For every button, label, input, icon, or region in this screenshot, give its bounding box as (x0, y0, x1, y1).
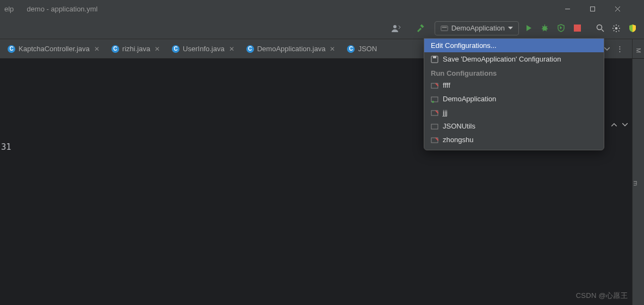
svg-rect-2 (420, 24, 424, 28)
java-class-icon: C (347, 45, 355, 53)
window-close[interactable] (615, 6, 640, 12)
chevron-up-icon[interactable] (611, 123, 617, 126)
window-title: demo - application.yml (27, 5, 97, 13)
svg-point-1 (393, 25, 397, 28)
save-configuration[interactable]: Save 'DemoApplication' Configuration (424, 52, 604, 66)
chevron-down-icon[interactable] (604, 47, 610, 51)
gear-icon[interactable] (609, 21, 623, 35)
svg-point-7 (597, 25, 602, 30)
tab-userinfo[interactable]: C UserInfo.java ✕ (166, 39, 240, 59)
debug-icon[interactable] (537, 21, 552, 35)
edit-configurations[interactable]: Edit Configurations... (424, 39, 604, 52)
tab-json[interactable]: C JSON (342, 39, 382, 59)
java-class-icon: C (112, 45, 119, 53)
svg-rect-6 (574, 25, 581, 32)
watermark: CSDN @心愿王 (576, 291, 628, 301)
menu-help[interactable]: elp (4, 5, 14, 13)
close-icon[interactable]: ✕ (94, 45, 100, 53)
coverage-icon[interactable] (554, 21, 568, 35)
svg-rect-0 (591, 7, 595, 11)
svg-rect-4 (442, 27, 447, 28)
run-config-dropdown: Edit Configurations... Save 'DemoApplica… (424, 38, 604, 150)
more-icon[interactable]: ⋮ (616, 45, 624, 53)
user-icon[interactable] (389, 21, 403, 35)
stop-icon[interactable] (570, 21, 584, 35)
java-class-icon: C (172, 45, 179, 53)
spring-icon (431, 95, 438, 103)
svg-rect-3 (441, 26, 448, 30)
tab-demoapplication[interactable]: C DemoApplication.java ✕ (241, 39, 341, 59)
close-icon[interactable]: ✕ (229, 45, 234, 53)
app-icon (431, 123, 438, 130)
close-icon[interactable]: ✕ (154, 45, 160, 53)
search-icon[interactable] (593, 21, 607, 35)
right-tool-rail: m Notifications (632, 59, 644, 305)
chevron-down-icon (508, 27, 513, 30)
run-config-item-jsonutils[interactable]: JSONUtils (424, 119, 604, 133)
run-config-item-demoapplication[interactable]: DemoApplication (424, 92, 604, 106)
shield-icon[interactable] (626, 21, 640, 35)
app-icon (431, 136, 438, 144)
window-restore[interactable] (590, 6, 615, 12)
main-toolbar: DemoApplication (0, 17, 644, 39)
svg-rect-10 (433, 56, 436, 58)
run-config-item-jjj[interactable]: jjj (424, 106, 604, 119)
spring-icon (441, 25, 448, 32)
svg-point-13 (432, 101, 434, 103)
run-configurations-header: Run Configurations (424, 66, 604, 78)
maven-tool[interactable]: M (635, 48, 642, 53)
run-config-item-zhongshu[interactable]: zhongshu (424, 133, 604, 147)
window-minimize[interactable] (565, 6, 590, 12)
svg-rect-15 (431, 124, 438, 129)
hammer-icon[interactable] (413, 21, 427, 35)
run-icon[interactable] (521, 21, 535, 35)
tab-rizhi[interactable]: C rizhi.java ✕ (106, 39, 165, 59)
app-icon (431, 82, 438, 89)
run-config-label: DemoApplication (451, 24, 505, 32)
save-icon (431, 56, 438, 63)
app-icon (431, 109, 438, 117)
java-class-icon: C (246, 45, 254, 53)
maven-tool[interactable]: m (633, 181, 639, 186)
svg-point-8 (615, 27, 618, 29)
close-icon[interactable]: ✕ (330, 45, 335, 53)
run-config-item-ffff[interactable]: ffff (424, 78, 604, 92)
run-config-select[interactable]: DemoApplication (435, 21, 519, 35)
chevron-down-icon[interactable] (622, 123, 628, 126)
tab-kaptchacontroller[interactable]: C KaptchaController.java ✕ (2, 39, 105, 59)
java-class-icon: C (8, 45, 15, 53)
